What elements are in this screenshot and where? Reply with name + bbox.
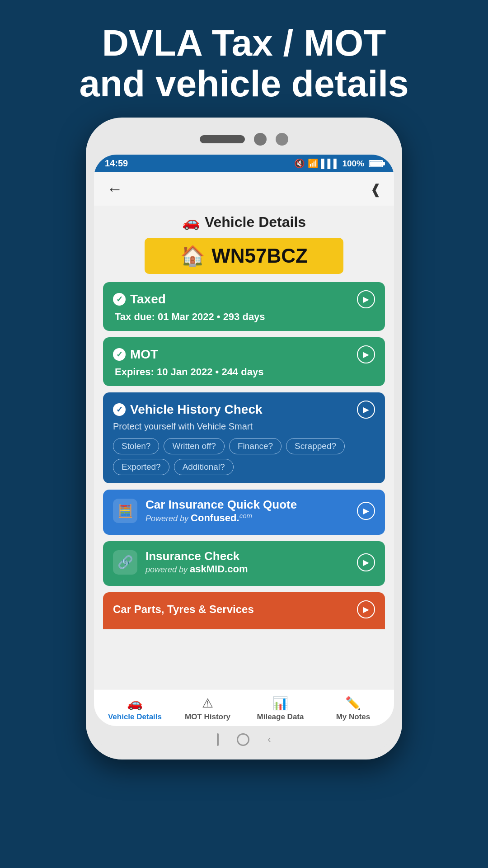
badge-written-off[interactable]: Written off? (164, 438, 224, 454)
phone-wrapper: 14:59 🔇 📶 ▌▌▌ 100% ← ❰ (81, 118, 407, 787)
mot-history-label: MOT History (185, 712, 230, 722)
vhc-desc: Protect yourself with Vehicle Smart (113, 421, 375, 432)
phone-camera-1 (254, 133, 267, 146)
page-title: 🚗 Vehicle Details (103, 213, 385, 231)
check-icon-taxed: ✓ (113, 293, 126, 306)
phone-frame: 14:59 🔇 📶 ▌▌▌ 100% ← ❰ (86, 118, 402, 760)
link-icon: 🔗 (113, 550, 137, 575)
insurance-quote-subtitle: Powered by Confused.com (145, 512, 357, 524)
insurance-check-title: Insurance Check (145, 549, 357, 563)
taxed-card[interactable]: ✓ Taxed ▶ Tax due: 01 Mar 2022 • 293 day… (103, 282, 385, 331)
signal-icon: ▌▌▌ (321, 159, 339, 169)
badge-finance[interactable]: Finance? (229, 438, 282, 454)
phone-bottom-bar: ‹ (94, 726, 394, 753)
back-button[interactable]: ← (107, 179, 123, 198)
battery-percent: 100% (342, 159, 364, 169)
car-parts-title: Car Parts, Tyres & Services (113, 603, 254, 616)
license-plate: 🏠 WN57BCZ (145, 238, 343, 274)
car-parts-card[interactable]: Car Parts, Tyres & Services ▶ (103, 592, 385, 629)
vhc-badges: Stolen? Written off? Finance? Scrapped? … (113, 438, 375, 475)
mileage-icon: 📊 (272, 696, 288, 711)
car-parts-arrow[interactable]: ▶ (357, 600, 375, 618)
share-button[interactable]: ❰ (370, 181, 381, 197)
app-header: DVLA Tax / MOT and vehicle details (52, 0, 436, 118)
insurance-quote-card[interactable]: 🧮 Car Insurance Quick Quote Powered by C… (103, 490, 385, 535)
battery-icon (369, 160, 383, 167)
mot-subtitle: Expires: 10 Jan 2022 • 244 days (113, 366, 375, 378)
badge-scrapped[interactable]: Scrapped? (286, 438, 345, 454)
insurance-check-card[interactable]: 🔗 Insurance Check powered by askMID.com … (103, 541, 385, 586)
gesture-bar (217, 733, 219, 746)
wifi-icon: 📶 (308, 158, 319, 169)
garage-icon: 🏠 (180, 244, 205, 268)
my-notes-label: My Notes (336, 712, 371, 722)
vhc-title: ✓ Vehicle History Check (113, 402, 263, 417)
nav-vehicle-details[interactable]: 🚗 Vehicle Details (99, 696, 171, 722)
mot-history-icon: ⚠ (202, 696, 213, 711)
insurance-quote-text: Car Insurance Quick Quote Powered by Con… (145, 498, 357, 524)
my-notes-icon: ✏️ (345, 696, 361, 711)
taxed-title: ✓ Taxed (113, 292, 166, 307)
insurance-check-text: Insurance Check powered by askMID.com (145, 549, 357, 575)
nav-mileage-data[interactable]: 📊 Mileage Data (244, 696, 317, 722)
top-nav: ← ❰ (94, 172, 394, 206)
vehicle-details-icon: 🚗 (127, 696, 143, 711)
badge-stolen[interactable]: Stolen? (113, 438, 159, 454)
insurance-check-subtitle: powered by askMID.com (145, 563, 357, 575)
vehicle-details-label: Vehicle Details (108, 712, 162, 722)
mot-arrow[interactable]: ▶ (357, 345, 375, 363)
status-icons: 🔇 📶 ▌▌▌ 100% (294, 158, 383, 169)
gesture-chevron: ‹ (267, 734, 271, 745)
status-time: 14:59 (105, 158, 128, 169)
phone-speaker (200, 135, 245, 143)
shield-icon: ✓ (113, 403, 126, 416)
gesture-circle (237, 733, 249, 746)
mute-icon: 🔇 (294, 158, 305, 169)
taxed-subtitle: Tax due: 01 Mar 2022 • 293 days (113, 311, 375, 323)
phone-camera-2 (276, 133, 288, 146)
calculator-icon: 🧮 (113, 499, 137, 523)
badge-additional[interactable]: Additional? (174, 459, 234, 475)
taxed-arrow[interactable]: ▶ (357, 290, 375, 308)
insurance-check-arrow[interactable]: ▶ (357, 553, 375, 571)
nav-mot-history[interactable]: ⚠ MOT History (171, 696, 244, 722)
status-bar: 14:59 🔇 📶 ▌▌▌ 100% (94, 155, 394, 172)
main-content: 🚗 Vehicle Details 🏠 WN57BCZ ✓ Taxed (94, 206, 394, 689)
check-icon-mot: ✓ (113, 348, 126, 361)
insurance-quote-title: Car Insurance Quick Quote (145, 498, 357, 512)
phone-notch (94, 126, 394, 153)
car-icon: 🚗 (182, 213, 200, 231)
header-title: DVLA Tax / MOT and vehicle details (79, 23, 408, 104)
nav-my-notes[interactable]: ✏️ My Notes (317, 696, 389, 722)
insurance-quote-arrow[interactable]: ▶ (357, 502, 375, 520)
mot-title: ✓ MOT (113, 347, 158, 362)
mileage-label: Mileage Data (257, 712, 304, 722)
vhc-card[interactable]: ✓ Vehicle History Check ▶ Protect yourse… (103, 392, 385, 483)
plate-number: WN57BCZ (211, 245, 308, 267)
vhc-arrow[interactable]: ▶ (357, 401, 375, 419)
badge-exported[interactable]: Exported? (113, 459, 169, 475)
phone-screen: 14:59 🔇 📶 ▌▌▌ 100% ← ❰ (94, 155, 394, 726)
mot-card[interactable]: ✓ MOT ▶ Expires: 10 Jan 2022 • 244 days (103, 337, 385, 386)
bottom-nav: 🚗 Vehicle Details ⚠ MOT History 📊 Mileag… (94, 689, 394, 726)
